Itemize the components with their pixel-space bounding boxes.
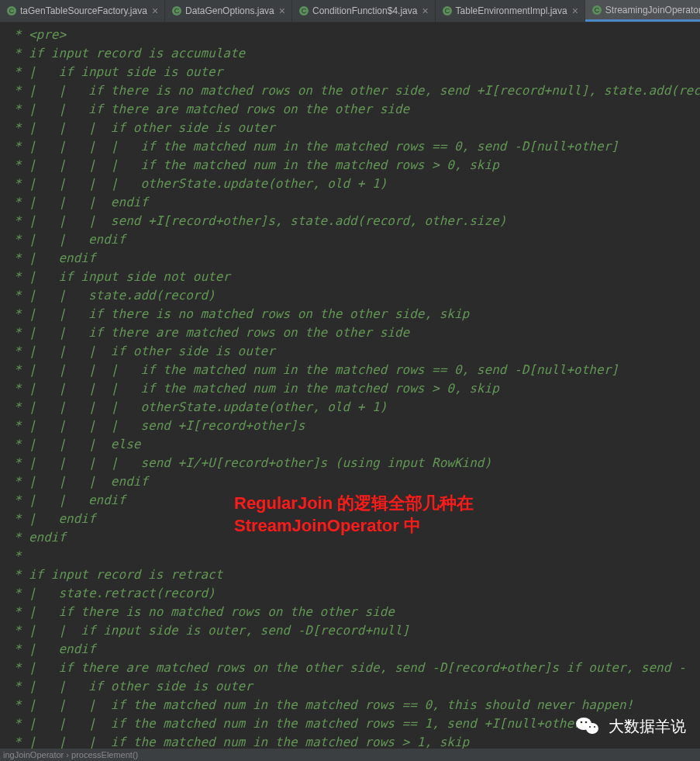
code-line: * | | | endif [6, 193, 694, 212]
code-line: * <pre> [6, 26, 694, 44]
code-line: * | | | endif [6, 472, 694, 491]
svg-point-14 [589, 726, 591, 728]
code-line: * | | | if the matched num in the matche… [6, 696, 694, 714]
code-line: * | | | | if the matched num in the matc… [6, 361, 694, 379]
code-line: * | | | | if the matched num in the matc… [6, 379, 694, 398]
svg-text:C: C [302, 7, 307, 15]
tab-datagen-options[interactable]: C DataGenOptions.java × [165, 0, 292, 22]
java-class-icon: C [591, 5, 602, 16]
close-icon[interactable]: × [279, 5, 285, 17]
svg-point-11 [586, 723, 598, 734]
code-line: * [6, 547, 694, 566]
code-line: * | | if there is no matched rows on the… [6, 305, 694, 323]
editor-tabs: C taGenTableSourceFactory.java × C DataG… [0, 0, 700, 22]
svg-text:C: C [444, 7, 450, 15]
code-line: * if input record is accumulate [6, 44, 694, 63]
annotation-overlay: RegularJoin 的逻辑全部几种在 StreamJoinOperator … [234, 492, 474, 537]
tab-label: TableEnvironmentImpl.java [456, 5, 567, 16]
annotation-line2: StreamJoinOperator 中 [234, 514, 474, 537]
code-line: * | | if input side is outer, send -D[re… [6, 621, 694, 640]
close-icon[interactable]: × [152, 5, 158, 17]
tab-streaming-join-operator[interactable]: C StreamingJoinOperator.java × [585, 0, 700, 22]
annotation-line1: RegularJoin 的逻辑全部几种在 [234, 492, 474, 514]
wechat-icon [574, 713, 601, 739]
tab-label: StreamingJoinOperator.java [605, 5, 700, 16]
code-line: * | if input side not outer [6, 268, 694, 286]
code-line: * | | if there are matched rows on the o… [6, 100, 694, 119]
svg-point-12 [581, 721, 583, 724]
svg-text:C: C [595, 6, 600, 14]
code-line: * if input record is retract [6, 566, 694, 584]
code-line: * | | | send +I[record+other]s, state.ad… [6, 212, 694, 230]
code-line: * | if input side is outer [6, 63, 694, 81]
code-line: * | | if other side is outer [6, 677, 694, 696]
java-class-icon: C [6, 5, 17, 16]
code-line: * | state.retract(record) [6, 584, 694, 603]
code-line: * | | | | if the matched num in the matc… [6, 137, 694, 156]
code-line: * | | | if other side is outer [6, 119, 694, 137]
code-editor[interactable]: * <pre> * if input record is accumulate … [0, 22, 700, 761]
svg-text:C: C [9, 7, 15, 15]
tab-condition-function[interactable]: C ConditionFunction$4.java × [292, 0, 436, 22]
close-icon[interactable]: × [572, 5, 578, 17]
code-line: * | if there are matched rows on the oth… [6, 659, 694, 677]
tab-label: DataGenOptions.java [185, 5, 274, 16]
tab-label: taGenTableSourceFactory.java [20, 5, 147, 16]
code-line: * | | | else [6, 435, 694, 454]
tab-datagen-source-factory[interactable]: C taGenTableSourceFactory.java × [0, 0, 165, 22]
code-line: * | | if there are matched rows on the o… [6, 323, 694, 342]
breadcrumb-text: ingJoinOperator › processElement() [3, 750, 138, 759]
code-line: * | | | | send +I[record+other]s [6, 417, 694, 435]
watermark: 大数据羊说 [574, 713, 686, 739]
java-class-icon: C [442, 5, 453, 16]
close-icon[interactable]: × [422, 5, 428, 17]
code-line: * | if there is no matched rows on the o… [6, 603, 694, 621]
tab-label: ConditionFunction$4.java [312, 5, 417, 16]
code-line: * | | endif [6, 230, 694, 249]
code-line: * | | state.add(record) [6, 286, 694, 305]
svg-text:C: C [174, 7, 180, 15]
java-class-icon: C [298, 5, 309, 16]
code-line: * | | | | otherState.update(other, old +… [6, 175, 694, 193]
code-line: * | | | | if the matched num in the matc… [6, 156, 694, 175]
code-line: * | endif [6, 640, 694, 659]
code-line: * | | | | send +I/+U[record+other]s (usi… [6, 454, 694, 472]
watermark-text: 大数据羊说 [609, 716, 686, 737]
tab-table-env-impl[interactable]: C TableEnvironmentImpl.java × [436, 0, 585, 22]
code-line: * | | | if other side is outer [6, 342, 694, 361]
svg-point-13 [585, 721, 588, 724]
code-line: * | endif [6, 249, 694, 268]
code-line: * | | | | otherState.update(other, old +… [6, 398, 694, 417]
code-line: * | | if there is no matched rows on the… [6, 81, 694, 100]
java-class-icon: C [171, 5, 182, 16]
breadcrumb[interactable]: ingJoinOperator › processElement() [0, 749, 700, 761]
svg-point-15 [594, 726, 595, 728]
